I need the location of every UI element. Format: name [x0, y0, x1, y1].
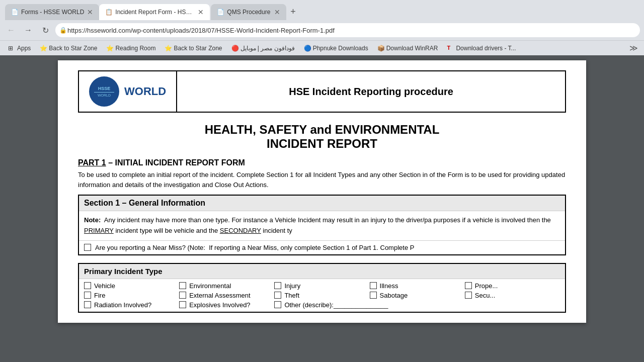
part1-label: PART 1 — [78, 158, 106, 167]
incident-type-box: Primary Incident Type Vehicle Environmen… — [78, 263, 566, 313]
incident-external: External Assessment — [179, 292, 274, 299]
end-text: incident ty — [263, 227, 292, 234]
tab-favicon-3: 📄 — [217, 9, 224, 16]
explosives-label: Explosives Involved? — [189, 301, 250, 309]
form-title-line2: INCIDENT REPORT — [78, 137, 566, 151]
bookmark-apps[interactable]: ⊞ Apps — [4, 43, 35, 53]
bookmark-favicon-apps: ⊞ — [8, 45, 15, 52]
bookmark-vodafone[interactable]: 🔴 فودافون مصر | موبايل — [227, 43, 299, 53]
new-tab-button[interactable]: + — [288, 7, 298, 17]
logo-title: WORLD — [124, 85, 166, 98]
explosives-checkbox[interactable] — [179, 301, 186, 308]
property-checkbox[interactable] — [465, 282, 472, 289]
note-label: Note: — [84, 216, 101, 224]
bookmark-favicon-reading: ⭐ — [106, 45, 113, 52]
bookmark-backtostar1[interactable]: ⭐ Back to Star Zone — [36, 43, 101, 53]
bookmark-favicon-phpnuke: 🔵 — [304, 45, 311, 52]
tab-close-2[interactable]: ✕ — [198, 9, 204, 16]
bookmark-label-reading: Reading Room — [115, 45, 155, 52]
bookmark-favicon-drivers: T — [447, 45, 454, 52]
part1-heading: PART 1 – INITIAL INCIDENT REPORT FORM — [78, 158, 566, 167]
back-button[interactable]: ← — [4, 23, 18, 37]
incident-injury: Injury — [274, 282, 369, 290]
forward-button[interactable]: → — [21, 23, 35, 37]
incident-explosives: Explosives Involved? — [179, 301, 274, 309]
illness-label: Illness — [380, 282, 398, 290]
secondary-text: SECONDARY — [220, 227, 261, 234]
tab-bar: 📄 Forms - HSSE WORLD ✕ 📋 Incident Report… — [0, 0, 644, 20]
external-label: External Assessment — [189, 292, 250, 299]
tab-qms[interactable]: 📄 QMS Procedure ✕ — [211, 4, 286, 20]
incident-other: Other (describe):_______________ — [274, 301, 560, 309]
bookmark-label-drivers: Download drivers - T... — [456, 45, 516, 52]
bookmark-winrar[interactable]: 📦 Download WinRAR — [373, 43, 442, 53]
bookmark-label-vodafone: فودافون مصر | موبايل — [240, 45, 295, 52]
vehicle-checkbox[interactable] — [84, 282, 91, 289]
bookmark-favicon-star1: ⭐ — [40, 45, 47, 52]
fire-checkbox[interactable] — [84, 292, 91, 299]
address-container: 🔒 — [55, 23, 640, 37]
bookmark-phpnuke[interactable]: 🔵 Phpnuke Downloads — [300, 43, 372, 53]
sabotage-label: Sabotage — [380, 292, 408, 299]
intro-text: To be used to complete an initial report… — [78, 170, 566, 190]
tab-close-3[interactable]: ✕ — [274, 9, 280, 16]
incident-radiation: Radiation Involved? — [84, 301, 179, 309]
near-miss-checkbox[interactable] — [84, 244, 91, 251]
tab-favicon-1: 📄 — [11, 9, 18, 16]
lock-icon: 🔒 — [59, 27, 67, 34]
section1-content: Note: Any incident may have more than on… — [79, 211, 565, 240]
bookmark-label-star2: Back to Star Zone — [174, 45, 222, 52]
bookmark-favicon-winrar: 📦 — [377, 45, 384, 52]
tab-close-1[interactable]: ✕ — [87, 9, 93, 16]
reload-button[interactable]: ↻ — [38, 23, 52, 37]
sabotage-checkbox[interactable] — [370, 292, 377, 299]
address-bar: ← → ↻ 🔒 — [0, 20, 644, 40]
near-miss-text: Are you reporting a Near Miss? (Note: If… — [95, 244, 414, 251]
theft-label: Theft — [284, 292, 299, 299]
primary-text: PRIMARY — [84, 227, 114, 234]
incident-fire: Fire — [84, 292, 179, 299]
external-checkbox[interactable] — [179, 292, 186, 299]
other-checkbox[interactable] — [274, 301, 281, 308]
form-main-title: HEALTH, SAFETY and ENVIRONMENTAL INCIDEN… — [78, 123, 566, 151]
tab-title-3: QMS Procedure — [227, 9, 271, 16]
incident-row2: Fire External Assessment Theft Sabotage — [84, 292, 560, 299]
bookmark-reading-room[interactable]: ⭐ Reading Room — [102, 43, 159, 53]
tab-forms-hsse[interactable]: 📄 Forms - HSSE WORLD ✕ — [5, 4, 99, 20]
bookmark-favicon-vodafone: 🔴 — [231, 45, 238, 52]
radiation-checkbox[interactable] — [84, 301, 91, 308]
tab-incident-report[interactable]: 📋 Incident Report Form - HSSE WO... ✕ — [99, 4, 210, 20]
environmental-label: Environmental — [189, 282, 231, 290]
bookmark-backtostar2[interactable]: ⭐ Back to Star Zone — [160, 43, 226, 53]
security-label: Secu... — [475, 292, 495, 299]
bookmark-favicon-star2: ⭐ — [165, 45, 172, 52]
incident-type-header: Primary Incident Type — [79, 264, 565, 279]
environmental-checkbox[interactable] — [179, 282, 186, 289]
tab-title-2: Incident Report Form - HSSE WO... — [115, 9, 195, 16]
bookmark-drivers[interactable]: T Download drivers - T... — [443, 43, 520, 53]
incident-illness: Illness — [370, 282, 465, 290]
incident-sabotage: Sabotage — [370, 292, 465, 299]
bookmarks-more-icon[interactable]: ≫ — [627, 42, 640, 54]
logo-world-text: WORLD — [98, 94, 111, 97]
logo-hsse: HSSE — [98, 86, 111, 91]
illness-checkbox[interactable] — [370, 282, 377, 289]
logo-divider — [94, 92, 114, 93]
part1-title: – INITIAL INCIDENT REPORT FORM — [106, 158, 245, 167]
property-label: Prope... — [475, 282, 498, 290]
injury-checkbox[interactable] — [274, 282, 281, 289]
logo-circle: HSSE WORLD — [89, 76, 119, 107]
bookmark-label-apps: Apps — [17, 45, 31, 52]
address-input[interactable] — [55, 23, 640, 37]
other-label: Other (describe):_______________ — [284, 301, 388, 309]
fire-label: Fire — [94, 292, 105, 299]
pdf-logo-area: HSSE WORLD WORLD — [79, 71, 177, 112]
pdf-header: HSSE WORLD WORLD HSE Incident Reporting … — [78, 70, 566, 113]
injury-label: Injury — [284, 282, 300, 290]
incident-security: Secu... — [465, 292, 560, 299]
security-checkbox[interactable] — [465, 292, 472, 299]
tab-favicon-2: 📋 — [105, 9, 112, 16]
incident-theft: Theft — [274, 292, 369, 299]
section1-note: Note: Any incident may have more than on… — [84, 215, 560, 236]
theft-checkbox[interactable] — [274, 292, 281, 299]
